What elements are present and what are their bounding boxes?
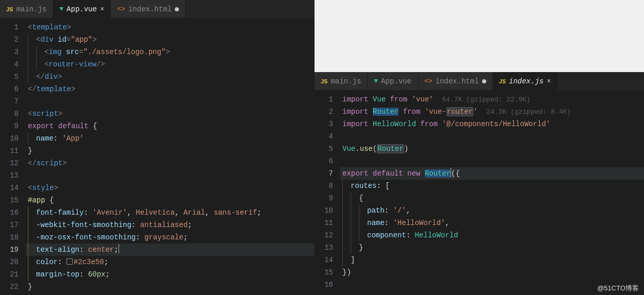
code-line[interactable]: font-family: 'Avenir', Helvetica, Arial,… xyxy=(26,206,315,219)
line-number: 13 xyxy=(0,169,19,182)
line-number: 5 xyxy=(315,143,333,155)
tab-bar-left: JSmain.js▼App.vue×<>index.html xyxy=(0,0,315,18)
code-line[interactable]: import HelloWorld from '@/components/Hel… xyxy=(340,118,644,130)
line-number: 3 xyxy=(315,118,333,130)
tab-index-html[interactable]: <>index.html xyxy=(418,72,493,90)
code-line[interactable]: import Vue from 'vue' 64.7K (gzipped: 22… xyxy=(340,93,644,106)
code-line[interactable]: ] xyxy=(340,254,644,266)
line-number: 18 xyxy=(0,231,19,244)
line-number: 21 xyxy=(0,268,19,281)
code-line[interactable]: #app { xyxy=(26,194,315,206)
line-gutter: 12345678910111213141516 xyxy=(315,90,340,295)
line-number: 1 xyxy=(0,21,19,33)
tab-label: index.html xyxy=(128,5,172,13)
line-number: 12 xyxy=(315,229,333,241)
code-line[interactable]: export default { xyxy=(26,120,315,132)
tab-main-js[interactable]: JSmain.js xyxy=(315,72,368,90)
code-line[interactable] xyxy=(26,95,315,108)
code-line[interactable]: } xyxy=(26,281,315,293)
js-icon: JS xyxy=(499,78,506,84)
line-number: 6 xyxy=(315,155,333,167)
code-line[interactable]: -webkit-font-smoothing: antialiased; xyxy=(26,219,315,231)
line-number: 13 xyxy=(315,241,333,254)
tab-index-js[interactable]: JSindex.js× xyxy=(493,72,558,90)
line-number: 10 xyxy=(0,132,19,145)
close-icon[interactable]: × xyxy=(547,77,551,85)
code-line[interactable]: } xyxy=(340,241,644,254)
code-line[interactable]: text-align: center; xyxy=(26,244,315,256)
line-number: 4 xyxy=(0,58,19,71)
code-line[interactable]: }) xyxy=(340,266,644,279)
line-number: 8 xyxy=(315,180,333,192)
code-editor-left[interactable]: 12345678910111213141516171819202122 <tem… xyxy=(0,18,315,295)
blank-area xyxy=(315,0,644,72)
code-line[interactable]: routes: [ xyxy=(340,180,644,192)
dirty-dot-icon xyxy=(482,79,486,83)
code-line[interactable]: path: '/', xyxy=(340,204,644,217)
line-number: 16 xyxy=(0,206,19,219)
code-line[interactable]: import Router from 'vue-router' 24.3K (g… xyxy=(340,106,644,118)
code-line[interactable]: <router-view/> xyxy=(26,58,315,71)
code-line[interactable]: name: 'HelloWorld', xyxy=(340,217,644,229)
line-number: 9 xyxy=(0,120,19,132)
code-line[interactable]: <img src="./assets/logo.png"> xyxy=(26,46,315,58)
code-line[interactable]: component: HelloWorld xyxy=(340,229,644,241)
code-line[interactable]: Vue.use(Router) xyxy=(340,143,644,155)
line-number: 2 xyxy=(0,33,19,46)
tab-index-html[interactable]: <>index.html xyxy=(111,0,186,18)
code-line[interactable] xyxy=(340,130,644,143)
line-number: 11 xyxy=(0,145,19,157)
code-line[interactable] xyxy=(26,169,315,182)
tab-label: index.html xyxy=(436,77,479,85)
line-number: 1 xyxy=(315,93,333,106)
line-number: 16 xyxy=(315,279,333,291)
tab-App-vue[interactable]: ▼App.vue× xyxy=(53,0,111,18)
code-editor-right[interactable]: 12345678910111213141516 import Vue from … xyxy=(315,90,644,295)
tab-label: main.js xyxy=(16,5,46,13)
html-icon: <> xyxy=(424,77,433,85)
line-number: 10 xyxy=(315,204,333,217)
code-line[interactable]: color: #2c3e50; xyxy=(26,256,315,268)
code-line[interactable]: <template> xyxy=(26,21,315,33)
code-line[interactable]: </div> xyxy=(26,71,315,83)
line-number: 8 xyxy=(0,108,19,120)
code-line[interactable]: } xyxy=(26,145,315,157)
tab-bar-right: JSmain.js▼App.vue<>index.htmlJSindex.js× xyxy=(315,72,644,90)
code-line[interactable] xyxy=(340,155,644,167)
line-number: 20 xyxy=(0,256,19,268)
code-line[interactable]: </script> xyxy=(26,157,315,169)
line-number: 7 xyxy=(0,95,19,108)
html-icon: <> xyxy=(117,5,125,13)
code-line[interactable]: <style> xyxy=(26,182,315,194)
line-gutter: 12345678910111213141516171819202122 xyxy=(0,18,26,295)
line-number: 2 xyxy=(315,106,333,118)
line-number: 3 xyxy=(0,46,19,58)
line-number: 14 xyxy=(0,182,19,194)
line-number: 6 xyxy=(0,83,19,95)
code-area[interactable]: <template><div id="app"><img src="./asse… xyxy=(26,18,315,295)
tab-main-js[interactable]: JSmain.js xyxy=(0,0,53,18)
code-area[interactable]: import Vue from 'vue' 64.7K (gzipped: 22… xyxy=(340,90,644,295)
line-number: 7 xyxy=(315,167,333,180)
line-number: 19 xyxy=(0,244,19,256)
tab-label: App.vue xyxy=(381,77,411,85)
code-line[interactable]: name: 'App' xyxy=(26,132,315,145)
editor-pane-right: JSmain.js▼App.vue<>index.htmlJSindex.js×… xyxy=(315,0,644,295)
tab-label: App.vue xyxy=(67,5,97,13)
code-line[interactable]: -moz-osx-font-smoothing: grayscale; xyxy=(26,231,315,244)
tab-label: index.js xyxy=(509,77,543,85)
close-icon[interactable]: × xyxy=(100,5,104,13)
line-number: 15 xyxy=(0,194,19,206)
tab-label: main.js xyxy=(331,77,361,85)
code-line[interactable]: { xyxy=(340,192,644,204)
watermark: @51CTO博客 xyxy=(597,284,639,293)
code-line[interactable]: </template> xyxy=(26,83,315,95)
code-line[interactable]: margin-top: 60px; xyxy=(26,268,315,281)
code-line[interactable]: <div id="app"> xyxy=(26,33,315,46)
code-line[interactable]: <script> xyxy=(26,108,315,120)
code-line[interactable]: export default new Router({ xyxy=(340,167,644,180)
line-number: 12 xyxy=(0,157,19,169)
vue-icon: ▼ xyxy=(374,77,378,85)
line-number: 15 xyxy=(315,266,333,279)
tab-App-vue[interactable]: ▼App.vue xyxy=(368,72,418,90)
